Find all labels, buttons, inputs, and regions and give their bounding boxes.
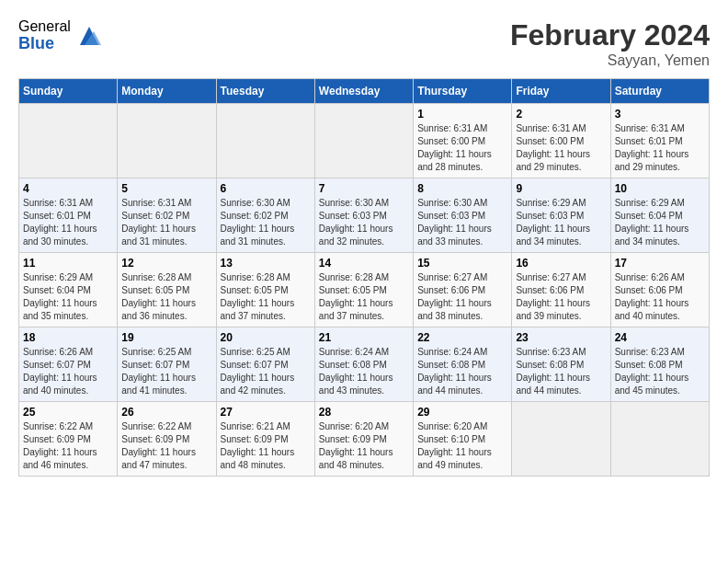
calendar-cell: 11Sunrise: 6:29 AM Sunset: 6:04 PM Dayli…	[19, 253, 118, 327]
day-number: 9	[516, 182, 606, 195]
calendar-week-4: 18Sunrise: 6:26 AM Sunset: 6:07 PM Dayli…	[19, 327, 710, 402]
calendar-cell: 12Sunrise: 6:28 AM Sunset: 6:05 PM Dayli…	[118, 253, 216, 327]
day-number: 11	[23, 257, 113, 270]
calendar-cell: 27Sunrise: 6:21 AM Sunset: 6:09 PM Dayli…	[216, 402, 314, 477]
calendar-header: SundayMondayTuesdayWednesdayThursdayFrid…	[19, 79, 710, 104]
day-detail: Sunrise: 6:27 AM Sunset: 6:06 PM Dayligh…	[417, 271, 507, 323]
day-number: 6	[221, 182, 311, 195]
day-detail: Sunrise: 6:30 AM Sunset: 6:03 PM Dayligh…	[417, 197, 507, 248]
calendar-cell: 10Sunrise: 6:29 AM Sunset: 6:04 PM Dayli…	[610, 178, 709, 253]
calendar-cell	[216, 104, 314, 178]
day-number: 22	[417, 331, 507, 344]
day-number: 20	[221, 331, 311, 344]
day-detail: Sunrise: 6:22 AM Sunset: 6:09 PM Dayligh…	[23, 420, 113, 472]
day-detail: Sunrise: 6:20 AM Sunset: 6:09 PM Dayligh…	[319, 420, 409, 472]
calendar-body: 1Sunrise: 6:31 AM Sunset: 6:00 PM Daylig…	[19, 104, 710, 477]
calendar-week-1: 1Sunrise: 6:31 AM Sunset: 6:00 PM Daylig…	[19, 104, 710, 178]
calendar-cell	[314, 104, 413, 178]
day-detail: Sunrise: 6:31 AM Sunset: 6:01 PM Dayligh…	[23, 197, 113, 248]
header-day-sunday: Sunday	[19, 79, 118, 104]
calendar-week-5: 25Sunrise: 6:22 AM Sunset: 6:09 PM Dayli…	[19, 402, 710, 477]
day-number: 16	[516, 257, 606, 270]
day-detail: Sunrise: 6:29 AM Sunset: 6:04 PM Dayligh…	[615, 197, 705, 248]
day-detail: Sunrise: 6:23 AM Sunset: 6:08 PM Dayligh…	[516, 346, 606, 397]
day-number: 12	[121, 257, 211, 270]
header-day-monday: Monday	[118, 79, 216, 104]
day-number: 17	[615, 257, 705, 270]
day-number: 28	[319, 406, 409, 419]
logo-icon	[75, 22, 103, 50]
calendar-cell: 28Sunrise: 6:20 AM Sunset: 6:09 PM Dayli…	[314, 402, 413, 477]
title-section: February 2024 Sayyan, Yemen	[510, 18, 710, 69]
calendar-cell: 9Sunrise: 6:29 AM Sunset: 6:03 PM Daylig…	[512, 178, 610, 253]
day-number: 3	[615, 108, 705, 121]
day-number: 14	[319, 257, 409, 270]
day-detail: Sunrise: 6:31 AM Sunset: 6:00 PM Dayligh…	[516, 122, 606, 174]
calendar-cell: 13Sunrise: 6:28 AM Sunset: 6:05 PM Dayli…	[216, 253, 314, 327]
header-day-friday: Friday	[512, 79, 610, 104]
day-detail: Sunrise: 6:30 AM Sunset: 6:03 PM Dayligh…	[319, 197, 409, 248]
logo-general: General	[18, 18, 71, 35]
calendar-cell: 16Sunrise: 6:27 AM Sunset: 6:06 PM Dayli…	[512, 253, 610, 327]
day-number: 18	[23, 331, 113, 344]
day-number: 1	[417, 108, 507, 121]
calendar-cell: 26Sunrise: 6:22 AM Sunset: 6:09 PM Dayli…	[118, 402, 216, 477]
header-row: SundayMondayTuesdayWednesdayThursdayFrid…	[19, 79, 710, 104]
day-detail: Sunrise: 6:26 AM Sunset: 6:06 PM Dayligh…	[615, 271, 705, 323]
header-day-saturday: Saturday	[610, 79, 709, 104]
calendar-cell: 15Sunrise: 6:27 AM Sunset: 6:06 PM Dayli…	[414, 253, 512, 327]
day-number: 13	[221, 257, 311, 270]
calendar-cell: 21Sunrise: 6:24 AM Sunset: 6:08 PM Dayli…	[314, 327, 413, 402]
calendar-cell: 24Sunrise: 6:23 AM Sunset: 6:08 PM Dayli…	[610, 327, 709, 402]
day-number: 4	[23, 182, 113, 195]
header-day-thursday: Thursday	[414, 79, 512, 104]
day-number: 5	[121, 182, 211, 195]
day-detail: Sunrise: 6:29 AM Sunset: 6:04 PM Dayligh…	[23, 271, 113, 323]
day-detail: Sunrise: 6:31 AM Sunset: 6:02 PM Dayligh…	[121, 197, 211, 248]
logo: General Blue	[18, 18, 103, 52]
calendar-cell: 14Sunrise: 6:28 AM Sunset: 6:05 PM Dayli…	[314, 253, 413, 327]
day-number: 7	[319, 182, 409, 195]
day-detail: Sunrise: 6:28 AM Sunset: 6:05 PM Dayligh…	[221, 271, 311, 323]
day-number: 29	[417, 406, 507, 419]
calendar-cell: 7Sunrise: 6:30 AM Sunset: 6:03 PM Daylig…	[314, 178, 413, 253]
day-number: 24	[615, 331, 705, 344]
day-detail: Sunrise: 6:26 AM Sunset: 6:07 PM Dayligh…	[23, 346, 113, 397]
day-detail: Sunrise: 6:27 AM Sunset: 6:06 PM Dayligh…	[516, 271, 606, 323]
calendar-week-3: 11Sunrise: 6:29 AM Sunset: 6:04 PM Dayli…	[19, 253, 710, 327]
day-number: 21	[319, 331, 409, 344]
day-number: 8	[417, 182, 507, 195]
logo-blue: Blue	[18, 35, 71, 53]
logo-text: General Blue	[18, 18, 71, 52]
day-detail: Sunrise: 6:24 AM Sunset: 6:08 PM Dayligh…	[319, 346, 409, 397]
day-detail: Sunrise: 6:21 AM Sunset: 6:09 PM Dayligh…	[221, 420, 311, 472]
day-detail: Sunrise: 6:23 AM Sunset: 6:08 PM Dayligh…	[615, 346, 705, 397]
day-number: 23	[516, 331, 606, 344]
day-detail: Sunrise: 6:25 AM Sunset: 6:07 PM Dayligh…	[221, 346, 311, 397]
main-title: February 2024	[510, 18, 710, 52]
calendar-cell: 6Sunrise: 6:30 AM Sunset: 6:02 PM Daylig…	[216, 178, 314, 253]
day-number: 15	[417, 257, 507, 270]
day-detail: Sunrise: 6:22 AM Sunset: 6:09 PM Dayligh…	[121, 420, 211, 472]
calendar-cell: 23Sunrise: 6:23 AM Sunset: 6:08 PM Dayli…	[512, 327, 610, 402]
day-number: 2	[516, 108, 606, 121]
calendar-cell: 25Sunrise: 6:22 AM Sunset: 6:09 PM Dayli…	[19, 402, 118, 477]
calendar-cell: 8Sunrise: 6:30 AM Sunset: 6:03 PM Daylig…	[414, 178, 512, 253]
calendar-cell: 4Sunrise: 6:31 AM Sunset: 6:01 PM Daylig…	[19, 178, 118, 253]
day-detail: Sunrise: 6:30 AM Sunset: 6:02 PM Dayligh…	[221, 197, 311, 248]
calendar-table: SundayMondayTuesdayWednesdayThursdayFrid…	[18, 78, 710, 477]
calendar-cell: 5Sunrise: 6:31 AM Sunset: 6:02 PM Daylig…	[118, 178, 216, 253]
subtitle: Sayyan, Yemen	[510, 52, 710, 69]
calendar-cell: 18Sunrise: 6:26 AM Sunset: 6:07 PM Dayli…	[19, 327, 118, 402]
day-detail: Sunrise: 6:24 AM Sunset: 6:08 PM Dayligh…	[417, 346, 507, 397]
calendar-cell: 29Sunrise: 6:20 AM Sunset: 6:10 PM Dayli…	[414, 402, 512, 477]
calendar-cell	[118, 104, 216, 178]
day-detail: Sunrise: 6:20 AM Sunset: 6:10 PM Dayligh…	[417, 420, 507, 472]
calendar-cell	[19, 104, 118, 178]
day-detail: Sunrise: 6:31 AM Sunset: 6:01 PM Dayligh…	[615, 122, 705, 174]
day-detail: Sunrise: 6:28 AM Sunset: 6:05 PM Dayligh…	[319, 271, 409, 323]
calendar-cell	[512, 402, 610, 477]
day-detail: Sunrise: 6:25 AM Sunset: 6:07 PM Dayligh…	[121, 346, 211, 397]
calendar-cell: 19Sunrise: 6:25 AM Sunset: 6:07 PM Dayli…	[118, 327, 216, 402]
calendar-cell: 2Sunrise: 6:31 AM Sunset: 6:00 PM Daylig…	[512, 104, 610, 178]
